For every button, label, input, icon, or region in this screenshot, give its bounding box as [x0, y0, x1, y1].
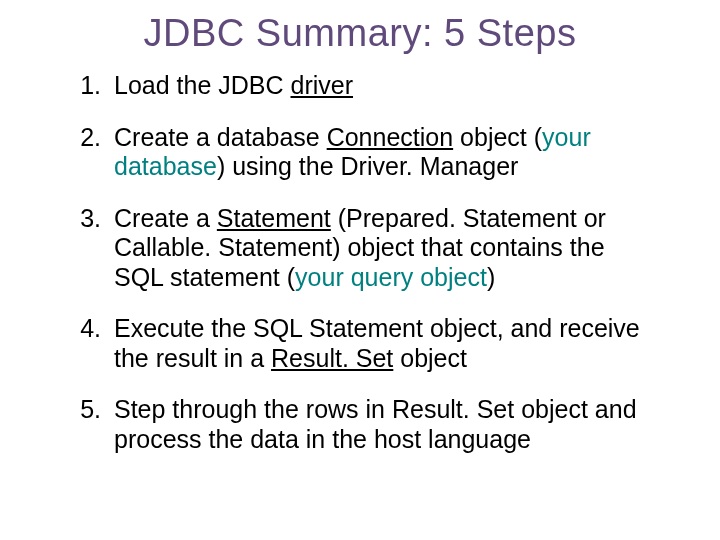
step-2-text-e: ) using the Driver. Manager: [217, 152, 519, 180]
step-1-text-a: Load the JDBC: [114, 71, 291, 99]
step-4-underline: Result. Set: [271, 344, 393, 372]
step-1: Load the JDBC driver: [108, 71, 660, 101]
slide-title: JDBC Summary: 5 Steps: [60, 12, 660, 55]
slide: JDBC Summary: 5 Steps Load the JDBC driv…: [0, 0, 720, 540]
step-2-text-c: object (: [453, 123, 542, 151]
step-3-text-e: ): [487, 263, 495, 291]
step-3-text-a: Create a: [114, 204, 217, 232]
step-3: Create a Statement (Prepared. Statement …: [108, 204, 660, 293]
step-2-text-a: Create a database: [114, 123, 327, 151]
step-3-underline: Statement: [217, 204, 331, 232]
step-5: Step through the rows in Result. Set obj…: [108, 395, 660, 454]
step-4-text-c: object: [393, 344, 467, 372]
step-2: Create a database Connection object (you…: [108, 123, 660, 182]
step-2-underline: Connection: [327, 123, 453, 151]
step-5-text-a: Step through the rows in Result. Set obj…: [114, 395, 637, 453]
step-1-underline: driver: [291, 71, 354, 99]
steps-list: Load the JDBC driver Create a database C…: [60, 71, 660, 454]
step-4: Execute the SQL Statement object, and re…: [108, 314, 660, 373]
step-3-highlight: your query object: [295, 263, 487, 291]
